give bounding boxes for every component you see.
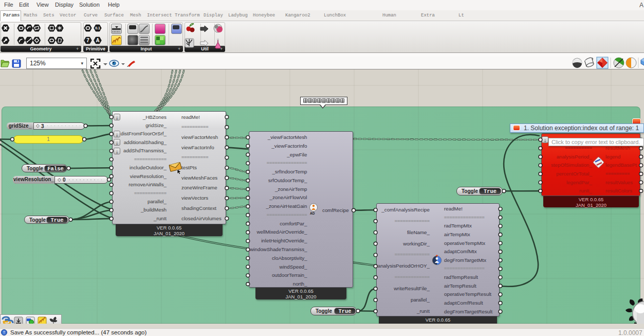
svg-text:‼: ‼ — [3, 330, 6, 335]
